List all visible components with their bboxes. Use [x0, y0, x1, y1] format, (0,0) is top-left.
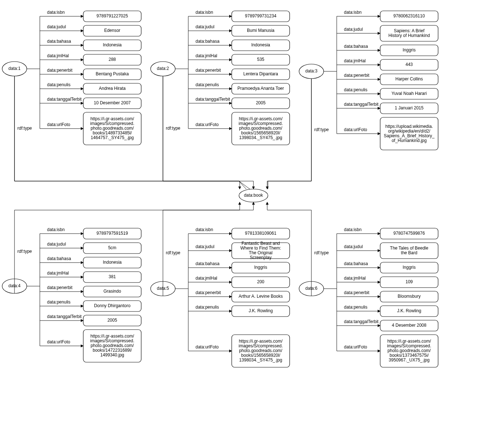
- rdf-graph-diagram: data:bookdata:19789791227025data:isbnEde…: [0, 0, 504, 435]
- svg-text:data:jmlHal: data:jmlHal: [47, 53, 69, 58]
- svg-text:9789797591519: 9789797591519: [97, 231, 128, 236]
- svg-text:data:penerbit: data:penerbit: [47, 68, 73, 73]
- svg-text:data:judul: data:judul: [196, 244, 214, 249]
- svg-text:data:urlFoto: data:urlFoto: [196, 344, 219, 350]
- svg-text:data:tanggalTerbit: data:tanggalTerbit: [47, 97, 82, 102]
- svg-text:200: 200: [257, 279, 264, 284]
- svg-text:data:penerbit: data:penerbit: [344, 290, 370, 295]
- svg-text:data:2: data:2: [157, 66, 169, 71]
- svg-text:data:urlFoto: data:urlFoto: [344, 344, 367, 350]
- svg-text:data:isbn: data:isbn: [196, 227, 213, 232]
- svg-text:2005: 2005: [108, 318, 117, 323]
- svg-text:109: 109: [406, 279, 413, 284]
- svg-text:9780747599876: 9780747599876: [394, 231, 425, 236]
- svg-text:data:bahasa: data:bahasa: [47, 256, 71, 261]
- svg-text:288: 288: [109, 57, 116, 62]
- svg-text:381: 381: [109, 274, 116, 279]
- svg-text:data:judul: data:judul: [47, 24, 66, 29]
- svg-text:rdf:type: rdf:type: [314, 250, 329, 255]
- svg-text:data:urlFoto: data:urlFoto: [196, 122, 219, 127]
- svg-text:J.K. Rowling: J.K. Rowling: [397, 308, 421, 313]
- svg-text:Indonesia: Indonesia: [103, 42, 122, 47]
- svg-text:Inggris: Inggris: [403, 47, 416, 53]
- svg-text:Grasindo: Grasindo: [104, 289, 121, 294]
- svg-text:data:3: data:3: [305, 68, 318, 74]
- svg-text:J.K. Rowling: J.K. Rowling: [249, 308, 273, 313]
- svg-text:1 Januari 2015: 1 Januari 2015: [395, 105, 424, 110]
- svg-text:Indonesia: Indonesia: [251, 42, 270, 47]
- svg-text:data:jmlHal: data:jmlHal: [344, 58, 366, 63]
- svg-text:5cm: 5cm: [108, 245, 117, 250]
- svg-text:data:penulis: data:penulis: [47, 300, 71, 305]
- svg-text:Harper Collins: Harper Collins: [395, 76, 423, 81]
- svg-text:data:bahasa: data:bahasa: [196, 261, 219, 266]
- svg-text:data:urlFoto: data:urlFoto: [47, 122, 70, 127]
- svg-text:data:urlFoto: data:urlFoto: [47, 339, 70, 344]
- svg-text:https://i.gr-assets.com/images: https://i.gr-assets.com/images/S/compres…: [387, 339, 431, 363]
- svg-text:data:isbn: data:isbn: [47, 227, 65, 232]
- svg-text:data:jmlHal: data:jmlHal: [196, 53, 217, 58]
- svg-text:Indonesia: Indonesia: [103, 260, 122, 265]
- svg-text:data:judul: data:judul: [196, 24, 214, 29]
- svg-text:data:isbn: data:isbn: [344, 10, 362, 15]
- svg-text:https://i.gr-assets.com/images: https://i.gr-assets.com/images/S/compres…: [239, 116, 283, 140]
- svg-text:data:penulis: data:penulis: [196, 305, 219, 310]
- svg-text:rdf:type: rdf:type: [17, 126, 32, 131]
- svg-text:data:judul: data:judul: [47, 242, 66, 247]
- svg-text:Andrea Hirata: Andrea Hirata: [99, 86, 126, 91]
- svg-text:Lentera Dipantara: Lentera Dipantara: [243, 71, 278, 76]
- svg-text:data:book: data:book: [244, 193, 264, 198]
- svg-text:Bumi Manusia: Bumi Manusia: [247, 28, 274, 33]
- svg-text:data:bahasa: data:bahasa: [344, 261, 368, 266]
- svg-text:Inggris: Inggris: [254, 265, 267, 270]
- svg-text:data:penerbit: data:penerbit: [47, 285, 73, 290]
- svg-text:Arthur A. Levine Books: Arthur A. Levine Books: [239, 294, 283, 299]
- svg-text:9789799731234: 9789799731234: [245, 13, 277, 18]
- svg-text:rdf:type: rdf:type: [314, 127, 329, 132]
- svg-text:data:tanggalTerbit: data:tanggalTerbit: [47, 314, 82, 319]
- svg-text:data:isbn: data:isbn: [196, 10, 213, 15]
- svg-text:Bentang Pustaka: Bentang Pustaka: [96, 71, 129, 76]
- svg-text:data:penerbit: data:penerbit: [196, 68, 221, 73]
- svg-text:data:bahasa: data:bahasa: [344, 44, 368, 49]
- svg-text:Pramoedya Ananta Toer: Pramoedya Ananta Toer: [238, 86, 284, 91]
- svg-text:data:jmlHal: data:jmlHal: [344, 276, 366, 281]
- svg-text:535: 535: [257, 57, 264, 62]
- svg-text:https://i.gr-assets.com/images: https://i.gr-assets.com/images/S/compres…: [90, 116, 134, 140]
- svg-text:rdf:type: rdf:type: [17, 249, 32, 254]
- svg-text:data:bahasa: data:bahasa: [196, 39, 219, 44]
- svg-text:data:penulis: data:penulis: [47, 82, 71, 87]
- svg-text:4 Desember 2008: 4 Desember 2008: [392, 323, 427, 328]
- svg-text:9780062316110: 9780062316110: [394, 13, 425, 18]
- svg-text:data:jmlHal: data:jmlHal: [47, 271, 69, 276]
- svg-text:data:penulis: data:penulis: [196, 82, 219, 87]
- svg-text:data:penulis: data:penulis: [344, 87, 368, 92]
- svg-text:Bloomsbury: Bloomsbury: [398, 294, 420, 299]
- svg-text:Sapiens: A BriefHistory of Hum: Sapiens: A BriefHistory of Humankind: [388, 28, 430, 38]
- svg-text:data:judul: data:judul: [344, 27, 363, 32]
- svg-text:2005: 2005: [256, 100, 266, 105]
- svg-text:rdf:type: rdf:type: [166, 126, 180, 131]
- svg-text:10 Desember 2007: 10 Desember 2007: [94, 100, 131, 105]
- svg-text:data:bahasa: data:bahasa: [47, 39, 71, 44]
- svg-text:data:isbn: data:isbn: [47, 10, 65, 15]
- svg-text:data:penulis: data:penulis: [344, 305, 368, 310]
- svg-text:data:isbn: data:isbn: [344, 227, 362, 232]
- svg-text:rdf:type: rdf:type: [166, 250, 180, 255]
- svg-text:https://i.gr-assets.com/images: https://i.gr-assets.com/images/S/compres…: [239, 339, 283, 363]
- svg-text:data:jmlHal: data:jmlHal: [196, 276, 217, 281]
- svg-text:Inggris: Inggris: [403, 265, 416, 270]
- svg-text:443: 443: [406, 62, 413, 67]
- svg-text:data:tanggalTerbit: data:tanggalTerbit: [344, 319, 379, 324]
- svg-text:data:1: data:1: [8, 66, 21, 71]
- svg-text:data:penerbit: data:penerbit: [196, 290, 221, 295]
- svg-text:Yuval Noah Harari: Yuval Noah Harari: [391, 91, 427, 96]
- svg-text:data:judul: data:judul: [344, 244, 363, 249]
- svg-text:9781338109061: 9781338109061: [245, 231, 277, 236]
- svg-text:data:penerbit: data:penerbit: [344, 73, 370, 78]
- svg-text:Edensor: Edensor: [104, 28, 121, 33]
- svg-text:data:tanggalTerbit: data:tanggalTerbit: [196, 97, 230, 102]
- svg-text:data:tanggalTerbit: data:tanggalTerbit: [344, 102, 379, 107]
- svg-text:data:urlFoto: data:urlFoto: [344, 127, 367, 132]
- svg-text:9789791227025: 9789791227025: [97, 13, 128, 18]
